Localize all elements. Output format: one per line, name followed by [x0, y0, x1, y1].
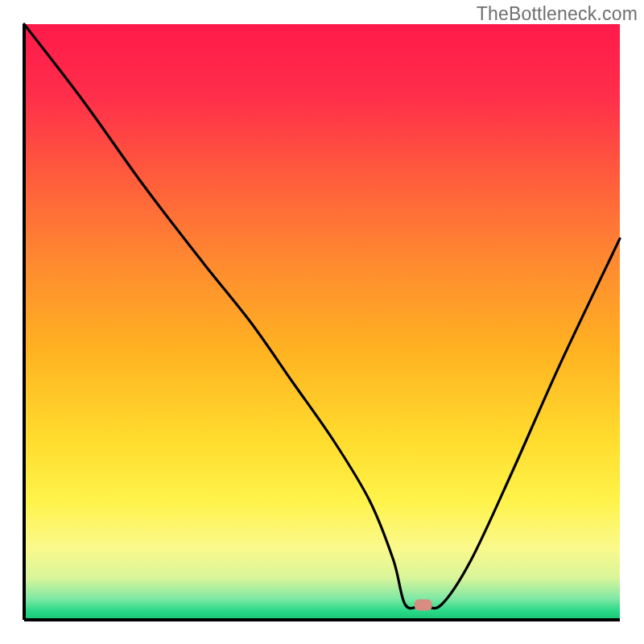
chart-svg — [0, 0, 644, 644]
watermark-text: TheBottleneck.com — [477, 3, 638, 25]
plot-background — [24, 24, 620, 620]
bottleneck-chart: TheBottleneck.com — [0, 0, 644, 644]
optimal-marker — [415, 600, 432, 611]
